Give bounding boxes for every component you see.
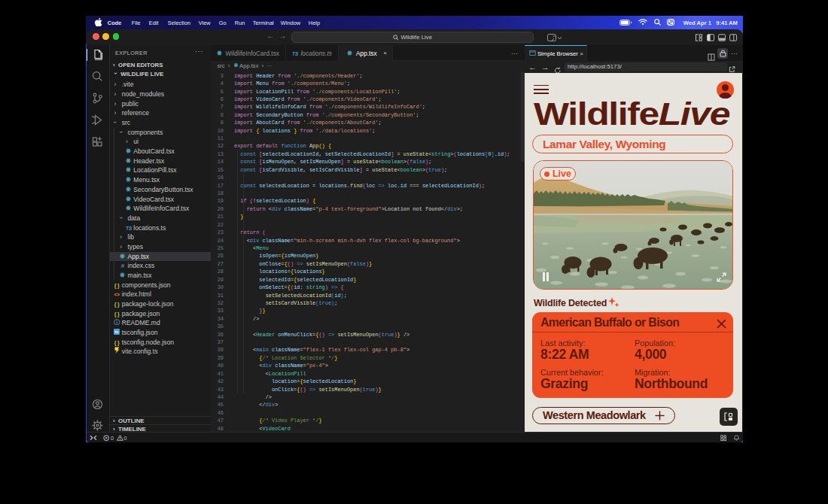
svg-text:ts: ts <box>115 329 119 334</box>
